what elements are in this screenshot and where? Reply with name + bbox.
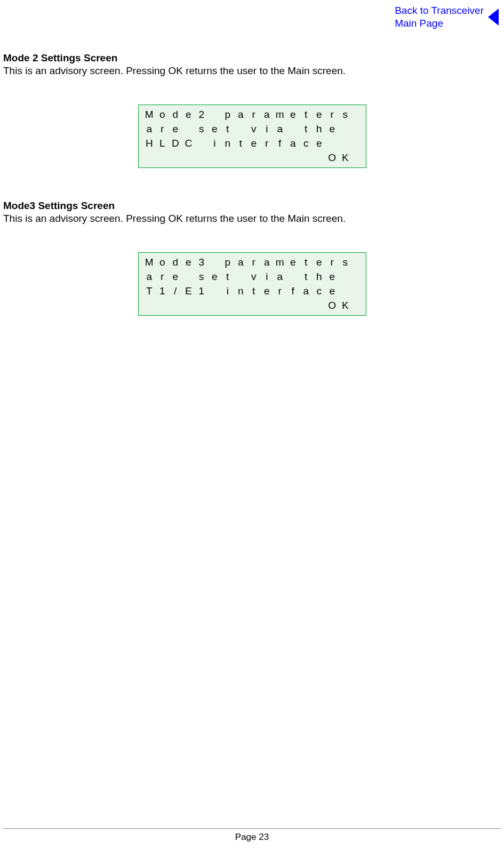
lcd-char bbox=[208, 300, 221, 311]
lcd-char: e bbox=[182, 257, 195, 268]
lcd-char: r bbox=[156, 271, 169, 283]
lcd-char: c bbox=[313, 285, 326, 297]
page-content: Mode 2 Settings Screen This is an adviso… bbox=[3, 52, 501, 348]
lcd-char: 1 bbox=[156, 285, 169, 297]
lcd-char bbox=[234, 123, 247, 135]
lcd-char: m bbox=[274, 257, 287, 268]
section1-body: This is an advisory screen. Pressing OK … bbox=[3, 65, 501, 77]
lcd-char bbox=[247, 300, 261, 311]
lcd-char bbox=[143, 300, 156, 311]
lcd-char: r bbox=[260, 138, 274, 149]
lcd-char: a bbox=[274, 271, 287, 283]
lcd-char: i bbox=[221, 285, 235, 297]
lcd-char: n bbox=[234, 285, 247, 297]
lcd-char bbox=[339, 138, 352, 149]
lcd-row: a r e s e t v i a t h e bbox=[143, 271, 362, 283]
lcd-char: / bbox=[169, 285, 182, 297]
lcd-row: M o d e 3 p a r a m e t e r s bbox=[143, 257, 362, 268]
lcd-char: s bbox=[195, 123, 209, 135]
lcd-char bbox=[260, 300, 274, 311]
lcd-char: c bbox=[300, 138, 313, 149]
lcd-char bbox=[195, 152, 209, 164]
lcd-char bbox=[286, 300, 300, 311]
lcd-char: d bbox=[169, 109, 182, 121]
lcd-char: a bbox=[234, 257, 247, 268]
section2-heading: Mode3 Settings Screen bbox=[3, 200, 501, 212]
lcd-char: r bbox=[247, 257, 261, 268]
lcd-char: t bbox=[300, 109, 313, 121]
back-link-line1: Back to Transceiver bbox=[395, 5, 484, 16]
lcd-char: E bbox=[182, 285, 195, 297]
lcd-row: O K bbox=[143, 152, 362, 164]
lcd-char bbox=[182, 271, 195, 283]
lcd-char: M bbox=[143, 257, 156, 268]
lcd-char: e bbox=[182, 109, 195, 121]
lcd-char bbox=[195, 138, 209, 149]
lcd-char: e bbox=[208, 123, 221, 135]
back-link-text: Back to Transceiver Main Page bbox=[395, 4, 484, 30]
lcd-screen-mode3: M o d e 3 p a r a m e t e r s a r e s e … bbox=[138, 252, 366, 316]
lcd-char: C bbox=[182, 138, 195, 149]
lcd-char: t bbox=[300, 257, 313, 268]
lcd-row: H L D C i n t e r f a c e bbox=[143, 138, 362, 149]
lcd-char: s bbox=[339, 109, 352, 121]
lcd-char: f bbox=[286, 285, 300, 297]
ok-button-char[interactable]: K bbox=[339, 300, 352, 311]
lcd-char: e bbox=[169, 271, 182, 283]
lcd-char: p bbox=[221, 109, 235, 121]
back-link[interactable]: Back to Transceiver Main Page bbox=[395, 4, 499, 30]
lcd-row: M o d e 2 p a r a m e t e r s bbox=[143, 109, 362, 121]
lcd-char bbox=[339, 285, 352, 297]
lcd-char bbox=[208, 152, 221, 164]
lcd-char: v bbox=[247, 123, 261, 135]
page-number: Page 23 bbox=[0, 832, 504, 843]
lcd-char: a bbox=[274, 123, 287, 135]
lcd-char bbox=[260, 152, 274, 164]
lcd-char: t bbox=[221, 123, 235, 135]
lcd-char bbox=[313, 300, 326, 311]
lcd-char: p bbox=[221, 257, 235, 268]
lcd-char: e bbox=[286, 109, 300, 121]
ok-button-char[interactable]: O bbox=[326, 300, 339, 311]
lcd-char: a bbox=[143, 271, 156, 283]
lcd-char: M bbox=[143, 109, 156, 121]
lcd-row: a r e s e t v i a t h e bbox=[143, 123, 362, 135]
lcd-char bbox=[195, 300, 209, 311]
lcd-char: s bbox=[339, 257, 352, 268]
lcd-char: a bbox=[234, 109, 247, 121]
lcd-char: e bbox=[169, 123, 182, 135]
lcd-char: r bbox=[156, 123, 169, 135]
lcd-char: a bbox=[260, 257, 274, 268]
lcd-char bbox=[286, 271, 300, 283]
lcd-char: e bbox=[326, 285, 339, 297]
lcd-char: t bbox=[221, 271, 235, 283]
section2-body: This is an advisory screen. Pressing OK … bbox=[3, 213, 501, 225]
lcd-char bbox=[326, 138, 339, 149]
lcd-char bbox=[234, 271, 247, 283]
lcd-char: 3 bbox=[195, 257, 209, 268]
lcd-char: t bbox=[300, 271, 313, 283]
lcd-char bbox=[313, 152, 326, 164]
lcd-char: e bbox=[313, 138, 326, 149]
lcd-char bbox=[247, 152, 261, 164]
lcd-char: o bbox=[156, 109, 169, 121]
lcd-char: s bbox=[195, 271, 209, 283]
lcd-char: a bbox=[286, 138, 300, 149]
lcd-char bbox=[156, 152, 169, 164]
lcd-char bbox=[208, 109, 221, 121]
lcd-char bbox=[234, 152, 247, 164]
lcd-char: a bbox=[260, 109, 274, 121]
lcd-char bbox=[286, 123, 300, 135]
lcd-char: t bbox=[300, 123, 313, 135]
lcd-row: O K bbox=[143, 300, 362, 311]
section1-heading: Mode 2 Settings Screen bbox=[3, 52, 501, 64]
lcd-char bbox=[300, 152, 313, 164]
lcd-char bbox=[156, 300, 169, 311]
lcd-char bbox=[234, 300, 247, 311]
lcd-char: T bbox=[143, 285, 156, 297]
ok-button-char[interactable]: O bbox=[326, 152, 339, 164]
lcd-char: a bbox=[143, 123, 156, 135]
lcd-char: e bbox=[326, 271, 339, 283]
lcd-char bbox=[182, 152, 195, 164]
ok-button-char[interactable]: K bbox=[339, 152, 352, 164]
